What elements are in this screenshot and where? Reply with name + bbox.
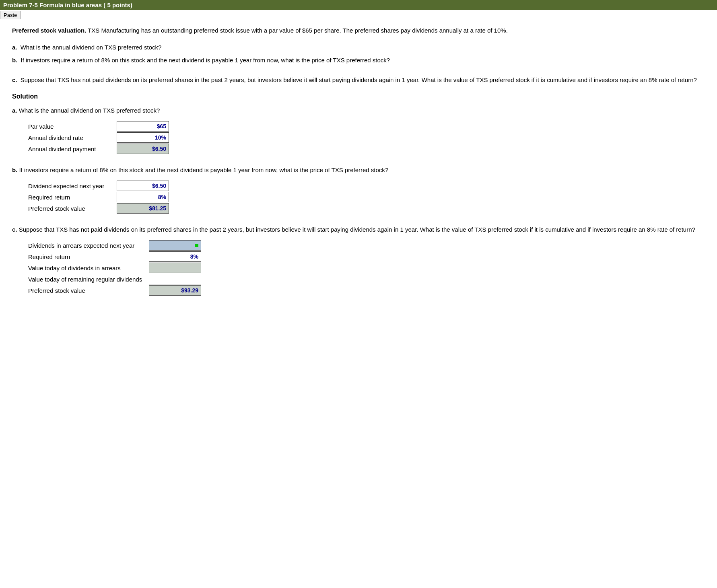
part-b-header-text: If investors require a return of 8% on t… [19, 167, 389, 173]
green-dot-icon [195, 244, 198, 247]
part-c-cell-2[interactable] [149, 263, 201, 273]
part-c-header: c. Suppose that TXS has not paid dividen… [12, 225, 705, 234]
part-a-section: a. What is the annual dividend on TXS pr… [12, 106, 705, 154]
part-a-label: a. [12, 107, 17, 114]
part-b-row-1: Required return 8% [28, 192, 705, 202]
part-c-row-1: Required return 8% [28, 251, 705, 262]
part-c-label-3: Value today of remaining regular dividen… [28, 276, 149, 283]
part-c-cell-3[interactable] [149, 274, 201, 284]
part-c-label-1: Required return [28, 253, 149, 260]
question-c-label: c. [12, 76, 17, 83]
part-a-cell-0[interactable]: $65 [117, 121, 169, 132]
question-c-text: Suppose that TXS has not paid dividends … [21, 76, 697, 83]
part-b-label-0: Dividend expected next year [28, 183, 117, 189]
part-a-row-1: Annual dividend rate 10% [28, 132, 705, 143]
part-c-label-4: Preferred stock value [28, 287, 149, 294]
question-a-label: a. [12, 44, 17, 51]
part-c-label-2: Value today of dividends in arrears [28, 265, 149, 271]
part-a-label-2: Annual dividend payment [28, 146, 117, 152]
part-b-table: Dividend expected next year $6.50 Requir… [28, 181, 705, 214]
part-a-row-2: Annual dividend payment $6.50 [28, 144, 705, 154]
part-a-header-text: What is the annual dividend on TXS prefe… [19, 107, 160, 114]
solution-title: Solution [12, 93, 705, 100]
part-b-cell-2[interactable]: $81.25 [117, 203, 169, 214]
part-c-table: Dividends in arrears expected next year … [28, 240, 705, 296]
part-b-label-2: Preferred stock value [28, 205, 117, 212]
question-a-text: What is the annual dividend on TXS prefe… [21, 44, 162, 51]
part-c-section: c. Suppose that TXS has not paid dividen… [12, 225, 705, 296]
part-a-row-0: Par value $65 [28, 121, 705, 132]
intro-paragraph: Preferred stock valuation. TXS Manufactu… [12, 26, 705, 35]
part-c-cell-4[interactable]: $93.29 [149, 285, 201, 296]
title-bar: Problem 7-5 Formula in blue areas ( 5 po… [0, 0, 717, 10]
intro-bold: Preferred stock valuation. [12, 27, 86, 34]
part-a-header: a. What is the annual dividend on TXS pr… [12, 106, 705, 115]
part-c-header-text: Suppose that TXS has not paid dividends … [19, 226, 695, 233]
part-c-label-0: Dividends in arrears expected next year [28, 242, 149, 249]
part-c-row-2: Value today of dividends in arrears [28, 263, 705, 273]
title-text: Problem 7-5 Formula in blue areas ( 5 po… [3, 2, 132, 8]
part-c-label: c. [12, 226, 17, 233]
part-c-cell-0[interactable] [149, 240, 201, 251]
part-a-label-0: Par value [28, 123, 117, 130]
intro-rest: TXS Manufacturing has an outstanding pre… [86, 27, 508, 34]
part-b-label: b. [12, 167, 17, 173]
part-b-row-0: Dividend expected next year $6.50 [28, 181, 705, 191]
part-b-row-2: Preferred stock value $81.25 [28, 203, 705, 214]
question-a: a. What is the annual dividend on TXS pr… [12, 43, 705, 52]
questions-section: a. What is the annual dividend on TXS pr… [12, 43, 705, 85]
part-b-cell-0[interactable]: $6.50 [117, 181, 169, 191]
part-c-row-4: Preferred stock value $93.29 [28, 285, 705, 296]
part-b-header: b. If investors require a return of 8% o… [12, 165, 705, 175]
paste-button[interactable]: Paste [0, 11, 21, 19]
part-c-cell-1[interactable]: 8% [149, 251, 201, 262]
part-a-label-1: Annual dividend rate [28, 134, 117, 141]
part-c-row-0: Dividends in arrears expected next year [28, 240, 705, 251]
part-a-cell-1[interactable]: 10% [117, 132, 169, 143]
part-b-label-1: Required return [28, 194, 117, 201]
question-b-label: b. [12, 57, 17, 64]
part-a-table: Par value $65 Annual dividend rate 10% A… [28, 121, 705, 154]
question-c: c. Suppose that TXS has not paid dividen… [12, 75, 705, 85]
question-b-text: If investors require a return of 8% on t… [21, 57, 390, 64]
part-b-section: b. If investors require a return of 8% o… [12, 165, 705, 214]
part-a-cell-2[interactable]: $6.50 [117, 144, 169, 154]
part-b-cell-1[interactable]: 8% [117, 192, 169, 202]
part-c-row-3: Value today of remaining regular dividen… [28, 274, 705, 284]
question-b: b. If investors require a return of 8% o… [12, 56, 705, 65]
